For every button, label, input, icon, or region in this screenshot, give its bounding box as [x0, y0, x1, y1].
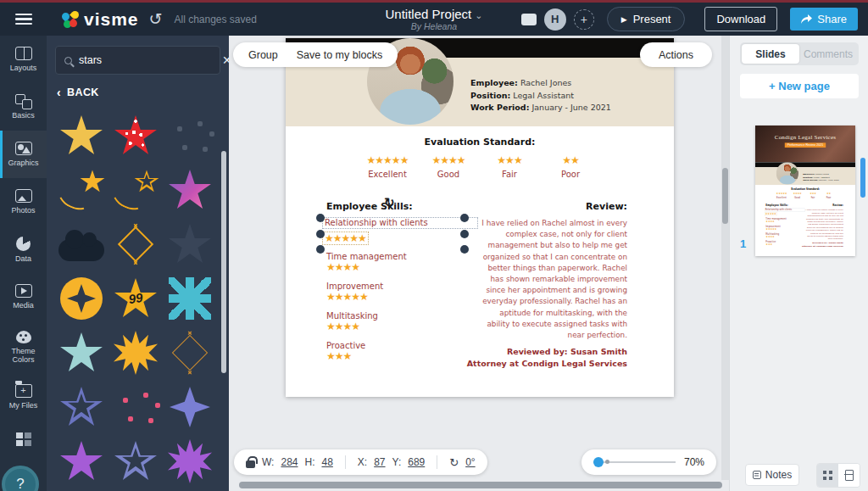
graphic-gold-sunburst[interactable] [109, 326, 162, 379]
width-value[interactable]: 284 [281, 456, 298, 468]
horizontal-scrollbar[interactable] [239, 482, 722, 488]
skill-time-management: Time management ★★★★ [765, 217, 786, 222]
sidebar-item-data[interactable]: Data [0, 226, 47, 273]
save-to-blocks-button[interactable]: Save to my blocks [297, 49, 382, 61]
clear-search-icon[interactable]: ✕ [222, 53, 229, 67]
graphic-purple-outline-star[interactable] [109, 435, 162, 488]
share-button[interactable]: Share [790, 8, 858, 31]
rotation-value[interactable]: 0° [465, 456, 475, 468]
standard-fair[interactable]: ★★★Fair [479, 154, 540, 179]
graphic-star-99[interactable]: 99 [109, 272, 162, 325]
list-view-button[interactable] [838, 464, 860, 487]
tab-comments[interactable]: Comments [799, 44, 857, 64]
skill-relationship-with-clients[interactable]: Relationship with clients ★★★★★ [322, 217, 478, 245]
page-thumbnail[interactable]: Condign Legal Services Performance Revie… [755, 126, 855, 256]
rotate-handle-icon[interactable]: ↻ [384, 195, 395, 210]
project-title-block[interactable]: Untitled Project⌄ By Heleana [386, 7, 483, 31]
graphic-constellation-diamond[interactable] [109, 218, 162, 271]
skill-time-management[interactable]: Time management ★★★★ [326, 252, 407, 273]
zoom-slider[interactable] [593, 461, 676, 463]
help-button[interactable]: ? [2, 466, 39, 491]
graphic-red-starfish[interactable] [109, 109, 162, 162]
sidebar-item-layouts[interactable]: Layouts [0, 36, 47, 83]
zoom-slider-handle[interactable] [593, 457, 604, 467]
search-box[interactable]: ✕ [55, 46, 220, 75]
sidebar-item-photos[interactable]: Photos [0, 178, 47, 226]
review-text[interactable]: I have relied on Rachel almost in every … [476, 218, 627, 341]
graphic-gold-3d-star[interactable] [55, 109, 108, 162]
group-button[interactable]: Group [248, 49, 278, 61]
sidebar-item-theme-colors[interactable]: Theme Colors [0, 321, 47, 373]
graphic-purple-star[interactable] [55, 435, 108, 488]
graphic-purple-starburst[interactable] [164, 435, 216, 488]
rotate-icon[interactable]: ↻ [449, 456, 459, 469]
download-button[interactable]: Download [704, 7, 777, 31]
sidebar-item-basics[interactable]: Basics [0, 83, 47, 131]
employee-photo [776, 162, 798, 184]
graphic-dotted-star[interactable] [164, 218, 216, 271]
add-member-icon[interactable]: + [574, 9, 594, 30]
reviewed-by[interactable]: Reviewed by: Susan Smith Attorney at Con… [467, 346, 627, 370]
evaluation-standards[interactable]: ★★★★★Excellent ★★★★Good ★★★Fair ★★Poor [357, 154, 601, 179]
graphic-sparkle-kite[interactable] [164, 326, 216, 379]
brand-name: visme [84, 9, 139, 30]
standard-poor[interactable]: ★★Poor [540, 154, 601, 179]
present-button[interactable]: ▶Present [607, 7, 686, 31]
canvas-area[interactable]: Employee: Rachel Jones Position: Legal A… [229, 36, 729, 491]
window-top-edge [0, 0, 868, 3]
visme-logo[interactable]: visme [62, 9, 139, 30]
thumbnail-header: Condign Legal Services Performance Revie… [755, 126, 855, 162]
sidebar-item-my-files[interactable]: My Files [0, 373, 47, 421]
height-value[interactable]: 48 [321, 456, 332, 468]
project-title[interactable]: Untitled Project [386, 7, 472, 21]
new-page-button[interactable]: + New page [740, 74, 859, 98]
vertical-scrollbar-track[interactable] [721, 36, 729, 480]
employee-info[interactable]: Employee: Rachel Jones Position: Legal A… [470, 77, 611, 114]
employee-skills-title[interactable]: Employee Skills: [326, 201, 413, 212]
graphic-circle-star-cutout[interactable] [55, 272, 108, 325]
actions-toolbar: Actions [640, 42, 712, 67]
x-value[interactable]: 87 [374, 456, 385, 468]
graphic-faint-sparkles[interactable] [164, 109, 216, 162]
tab-slides[interactable]: Slides [742, 44, 799, 64]
graphic-pink-dots[interactable] [109, 381, 162, 433]
notes-button[interactable]: Notes [745, 464, 799, 486]
sidebar-item-apps[interactable] [0, 421, 47, 458]
slides-scrollbar[interactable] [860, 158, 865, 198]
standard-excellent[interactable]: ★★★★★Excellent [357, 154, 418, 179]
grid-view-button[interactable] [817, 464, 838, 487]
evaluation-standards: ★★★★★Excellent ★★★★Good ★★★Fair ★★Poor [774, 192, 837, 198]
undo-icon[interactable]: ↺ [149, 9, 163, 29]
graphic-teal-star[interactable] [55, 326, 108, 379]
review-title[interactable]: Review: [586, 201, 627, 212]
graphic-purple-4point-badge[interactable] [164, 381, 216, 433]
search-input[interactable] [79, 54, 215, 66]
vertical-scrollbar-thumb[interactable] [722, 168, 728, 224]
sidebar-item-graphics[interactable]: Graphics [0, 131, 47, 178]
comments-icon[interactable] [521, 14, 537, 25]
actions-button[interactable]: Actions [659, 49, 693, 61]
graphic-purple-ring-star[interactable] [55, 381, 108, 433]
skill-multitasking[interactable]: Multitasking ★★★★ [326, 311, 378, 332]
graphic-shooting-star[interactable] [55, 164, 108, 216]
skill-proactive[interactable]: Proactive ★★★ [326, 341, 365, 362]
document-page[interactable]: Employee: Rachel Jones Position: Legal A… [755, 162, 855, 254]
back-button[interactable]: ‹ BACK [57, 86, 229, 99]
graphic-pink-gradient-star[interactable] [164, 164, 216, 216]
panel-scrollbar[interactable] [221, 151, 226, 373]
hamburger-menu-icon[interactable] [0, 14, 47, 25]
sidebar-item-media[interactable]: Media [0, 273, 47, 321]
document-page[interactable]: Employee: Rachel Jones Position: Legal A… [286, 38, 674, 397]
graphic-shooting-star-outline[interactable] [109, 164, 162, 216]
skill-improvement[interactable]: Improvement ★★★★★ [326, 282, 383, 303]
height-label: H: [304, 456, 314, 468]
standard-good[interactable]: ★★★★Good [418, 154, 479, 179]
photos-icon [15, 189, 32, 203]
lock-icon[interactable] [246, 460, 255, 468]
graphic-night-cloud[interactable] [55, 218, 108, 271]
evaluation-standard-title[interactable]: Evaluation Standard: [286, 137, 674, 148]
y-value[interactable]: 689 [408, 456, 425, 468]
avatar[interactable]: H [544, 8, 566, 31]
graphic-teal-asterisk[interactable] [164, 272, 216, 325]
skill-improvement: Improvement ★★★★★ [765, 225, 780, 230]
